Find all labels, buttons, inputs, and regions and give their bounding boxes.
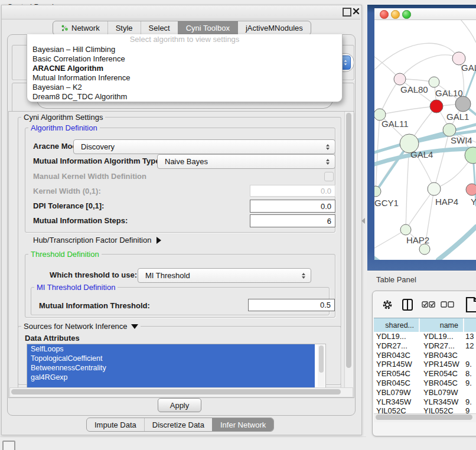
algorithm-item-aracne-algorithm[interactable]: ARACNE Algorithm — [27, 64, 342, 73]
hub-transcription-factor-toggle[interactable]: Hub/Transcription Factor Definition — [33, 236, 161, 244]
apply-button[interactable]: Apply — [158, 398, 201, 412]
tab-network[interactable]: Network — [53, 21, 107, 35]
algorithm-item-dream8-dc-tdc-algorithm[interactable]: Dream8 DC_TDC Algorithm — [27, 92, 342, 102]
settings-horizontal-scrollbar-thumb[interactable] — [11, 389, 341, 394]
network-node[interactable] — [374, 186, 381, 197]
control-panel-tabs: NetworkStyleSelectCyni ToolboxjActiveMNo… — [53, 21, 311, 35]
list-item-selfloops[interactable]: SelfLoops — [27, 344, 315, 354]
table-cell: 12 — [465, 341, 474, 350]
network-node[interactable] — [430, 100, 443, 113]
control-panel-titlebar — [2, 5, 360, 19]
network-node-label: GAL80 — [400, 84, 428, 94]
algorithm-list: Bayesian – Hill ClimbingBasic Correlatio… — [27, 45, 342, 102]
kernel-width-field[interactable]: 0.0 — [250, 185, 335, 197]
new-table-icon[interactable] — [465, 296, 476, 313]
data-attributes-label: Data Attributes — [25, 334, 80, 343]
table-cell: 8. — [465, 369, 472, 378]
table-row[interactable]: YIL052CYIL052C9 — [374, 406, 476, 413]
algorithm-item-bayesian-hill-climbing[interactable]: Bayesian – Hill Climbing — [27, 45, 342, 54]
table-cell: 9. — [465, 379, 472, 387]
table-row[interactable]: YER054CYER054C8. — [374, 369, 476, 379]
network-node[interactable] — [429, 77, 439, 87]
float-window-icon[interactable] — [343, 8, 351, 17]
algorithm-item-mutual-information-inference[interactable]: Mutual Information Inference — [27, 73, 342, 83]
table-cell: YDR27... — [376, 341, 407, 350]
table-cell: YBR045C — [376, 379, 410, 387]
list-item[interactable] — [27, 382, 315, 387]
network-node[interactable] — [428, 182, 441, 195]
table-row[interactable]: YBR045CYBR045C9. — [374, 379, 476, 388]
desktop: Control Panel NetworkStyleSelectCyni Too… — [0, 0, 476, 450]
splitpane-collapse-icon[interactable] — [361, 218, 365, 224]
algorithm-item-basic-correlation-inference[interactable]: Basic Correlation Inference — [27, 54, 342, 64]
unchecked-pair-icon[interactable] — [441, 301, 455, 308]
network-canvas[interactable]: GALGAL80GAL10GAL1GAL11SWI4GAL4GCY1HAP4YH… — [374, 19, 476, 260]
list-item-topologicalcoefficient[interactable]: TopologicalCoefficient — [27, 354, 315, 363]
hub-transcription-factor-label: Hub/Transcription Factor Definition — [33, 236, 151, 244]
network-node-label: SWI4 — [451, 135, 472, 145]
split-view-icon[interactable] — [402, 298, 413, 311]
aracne-mode-value: Discovery — [74, 142, 326, 151]
tab-cyni-toolbox[interactable]: Cyni Toolbox — [178, 21, 237, 35]
table-row[interactable]: YDL19...YDL19...13 — [374, 332, 476, 341]
tab-style[interactable]: Style — [107, 21, 141, 35]
table-row[interactable]: YBR043CYBR043C — [374, 351, 476, 360]
network-node[interactable] — [455, 96, 471, 112]
table-cell: YBR043C — [376, 351, 410, 360]
network-icon — [61, 24, 69, 32]
tab-select[interactable]: Select — [141, 21, 178, 35]
network-edge-highlighted — [438, 227, 476, 260]
dpi-tolerance-field[interactable]: 0.0 — [250, 200, 335, 213]
network-node-label: Y — [471, 197, 476, 207]
algorithm-definition-title: Algorithm Definition — [28, 123, 100, 132]
list-scrollbar-thumb[interactable] — [319, 345, 324, 373]
close-icon[interactable] — [353, 8, 360, 15]
network-node[interactable] — [400, 224, 411, 235]
tab-jactivemnodules[interactable]: jActiveMNodules — [237, 21, 311, 35]
table-cell: YDL19... — [423, 332, 454, 341]
tab-discretize-data[interactable]: Discretize Data — [144, 418, 212, 431]
tab-label: Network — [71, 24, 100, 32]
column-header-a[interactable]: A — [464, 318, 476, 332]
mi-threshold-field[interactable]: 0.5 — [248, 299, 335, 311]
table-row[interactable]: YLR345WYLR345W9. — [374, 397, 476, 407]
table-row[interactable]: YBL079WYBL079W — [374, 388, 476, 397]
gear-icon[interactable] — [382, 299, 393, 311]
column-header-shared[interactable]: shared... — [374, 318, 419, 332]
manual-kernel-width-checkbox[interactable] — [324, 172, 334, 181]
sources-toggle[interactable]: Sources for Network Inference — [21, 322, 141, 331]
list-item-betweennesscentrality[interactable]: BetweennessCentrality — [27, 363, 315, 373]
tab-infer-network[interactable]: Infer Network — [212, 418, 273, 431]
network-node[interactable] — [466, 184, 476, 195]
table-row[interactable]: YPR145WYPR145W9. — [374, 360, 476, 369]
table-row[interactable]: YDR27...YDR27...12 — [374, 341, 476, 351]
data-attributes-listbox[interactable]: SelfLoopsTopologicalCoefficientBetweenne… — [27, 344, 326, 388]
tab-label: Style — [116, 24, 133, 32]
table-cell: YBL079W — [423, 388, 458, 397]
tab-impute-data[interactable]: Impute Data — [87, 418, 144, 431]
aracne-mode-combobox[interactable]: Discovery — [73, 139, 335, 154]
collapsed-arrow-icon — [157, 237, 161, 244]
zoom-traffic-light-icon[interactable] — [402, 10, 411, 19]
network-edge — [380, 106, 436, 115]
minimize-traffic-light-icon[interactable] — [391, 10, 400, 19]
algorithm-item-bayesian-k2[interactable]: Bayesian – K2 — [27, 83, 342, 92]
list-item-gal4rgexp[interactable]: gal4RGexp — [27, 373, 315, 382]
table-cell: YPR145W — [423, 360, 459, 369]
mi-steps-field[interactable]: 6 — [250, 214, 335, 227]
which-threshold-combobox[interactable]: MI Threshold — [138, 268, 311, 283]
panel-grid-icon[interactable] — [2, 441, 15, 450]
network-node[interactable] — [394, 73, 406, 85]
table-horizontal-scrollbar-thumb[interactable] — [376, 415, 472, 420]
stepper-arrows-icon — [302, 273, 305, 279]
network-node[interactable] — [443, 123, 456, 136]
close-traffic-light-icon[interactable] — [380, 10, 389, 19]
checked-pair-icon[interactable] — [422, 301, 436, 308]
mi-algorithm-type-label: Mutual Information Algorithm Type: — [33, 156, 162, 165]
column-header-name[interactable]: name — [420, 318, 464, 332]
network-node[interactable] — [419, 244, 430, 255]
mi-algorithm-type-combobox[interactable]: Naive Bayes — [157, 154, 335, 169]
network-edge-highlighted — [374, 253, 393, 260]
table-cell: YIL052C — [423, 406, 454, 413]
settings-vertical-scrollbar-thumb[interactable] — [346, 113, 351, 368]
